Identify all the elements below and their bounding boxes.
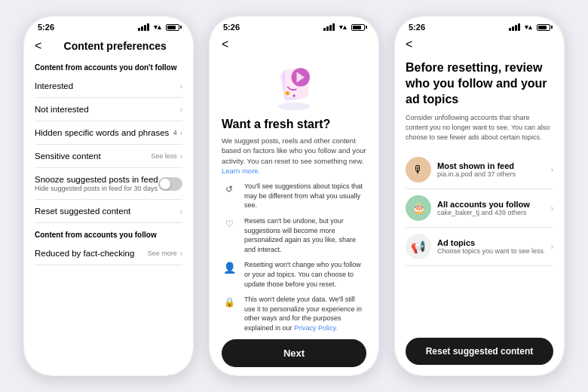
- svg-point-7: [292, 94, 296, 97]
- signal-bars-3: [509, 23, 520, 31]
- wifi-icon-3: ▾▴: [525, 23, 532, 31]
- menu-label-snooze: Snooze suggested posts in feed: [35, 175, 158, 184]
- menu-label-not-interested: Not interested: [35, 105, 89, 114]
- battery-icon-3: [537, 24, 550, 31]
- feature-text-2: Resets can't be undone, but your suggest…: [244, 216, 366, 254]
- account-item-most-shown[interactable]: 🎙 Most shown in feed pia.in.a.pod and 37…: [406, 151, 553, 189]
- nav-header-1: < Content preferences: [35, 35, 182, 59]
- screen2-content: < Want a fresh start? We suggest: [210, 35, 378, 375]
- menu-item-interested[interactable]: Interested ›: [35, 75, 182, 98]
- fresh-start-illustration: [268, 59, 320, 112]
- account-sublabel-all-accounts: cake_baker_tj and 439 others: [437, 209, 545, 216]
- account-label-most-shown: Most shown in feed: [437, 161, 545, 170]
- menu-item-not-interested[interactable]: Not interested ›: [35, 98, 182, 121]
- phone-2: 5:26 ▾▴ <: [208, 15, 380, 377]
- account-item-ad-topics[interactable]: 📢 Ad topics Choose topics you want to se…: [406, 228, 553, 266]
- ad-icon: 📢: [406, 234, 431, 259]
- account-sublabel-most-shown: pia.in.a.pod and 37 others: [437, 170, 545, 178]
- chevron-fact: ›: [180, 250, 182, 258]
- chevron-ad-topics: ›: [551, 243, 553, 251]
- status-bar-1: 5:26 ▾▴: [24, 17, 193, 35]
- menu-left-snooze: Snooze suggested posts in feed Hide sugg…: [35, 175, 158, 192]
- account-label-all-accounts: All accounts you follow: [437, 200, 545, 209]
- toggle-knob-snooze: [160, 179, 170, 189]
- menu-right-sensitive: See less ›: [151, 152, 182, 161]
- status-icons-3: ▾▴: [509, 23, 550, 31]
- screen3-content: < Before resetting, review who you follo…: [395, 35, 564, 375]
- lock-icon: 🔒: [222, 295, 237, 310]
- screen3-title: Before resetting, review who you follow …: [406, 60, 553, 107]
- feature-text-3: Resetting won't change who you follow or…: [244, 260, 366, 289]
- account-sublabel-ad-topics: Choose topics you want to see less: [437, 247, 545, 255]
- privacy-policy-link[interactable]: Privacy Policy.: [294, 324, 338, 332]
- svg-point-6: [286, 91, 289, 95]
- badge-count-hidden: 4: [173, 129, 177, 136]
- heart-icon: ♡: [222, 216, 237, 231]
- menu-item-hidden-words[interactable]: Hidden specific words and phrases 4 ›: [35, 121, 182, 145]
- page-title-1: Content preferences: [47, 40, 182, 52]
- status-icons-1: ▾▴: [138, 23, 179, 31]
- toggle-snooze[interactable]: [158, 177, 182, 191]
- account-item-all-accounts[interactable]: 🎂 All accounts you follow cake_baker_tj …: [406, 189, 553, 228]
- svg-point-0: [278, 103, 310, 111]
- menu-label-hidden-words: Hidden specific words and phrases: [35, 128, 169, 137]
- menu-item-sensitive[interactable]: Sensitive content See less ›: [35, 145, 182, 168]
- menu-label-fact-checking: Reduced by fact-checking: [35, 249, 134, 258]
- chevron-all-accounts: ›: [551, 204, 553, 213]
- account-info-ad-topics: Ad topics Choose topics you want to see …: [437, 238, 545, 255]
- feature-text-4: This won't delete your data. We'll still…: [244, 295, 366, 332]
- phone-1: 5:26 ▾▴ < Content preferences Content fr…: [23, 15, 194, 377]
- back-button-1[interactable]: <: [35, 39, 41, 53]
- menu-sublabel-snooze: Hide suggested posts in feed for 30 days: [35, 185, 158, 192]
- refresh-icon: ↺: [222, 182, 237, 197]
- back-button-3[interactable]: <: [406, 38, 412, 51]
- menu-label-sensitive: Sensitive content: [35, 152, 101, 161]
- battery-icon-2: [351, 24, 365, 31]
- feature-item-2: ♡ Resets can't be undone, but your sugge…: [222, 216, 366, 254]
- chevron-not-interested: ›: [180, 106, 182, 114]
- status-bar-3: 5:26 ▾▴: [395, 17, 564, 35]
- chevron-reset: ›: [180, 207, 182, 216]
- screen2-subtitle: We suggest posts, reels and other conten…: [222, 136, 366, 176]
- learn-more-link[interactable]: Learn more.: [222, 167, 260, 175]
- feature-item-3: 👤 Resetting won't change who you follow …: [222, 260, 366, 289]
- next-button[interactable]: Next: [222, 339, 366, 367]
- illustration-area: [222, 59, 366, 112]
- see-less-label: See less: [151, 152, 177, 160]
- avatar-all-accounts: 🎂: [406, 195, 431, 221]
- feature-text-1: You'll see suggestions about topics that…: [244, 182, 366, 210]
- wifi-icon-1: ▾▴: [154, 23, 161, 31]
- menu-right-fact: See more ›: [148, 250, 182, 258]
- status-bar-2: 5:26 ▾▴: [210, 17, 378, 35]
- menu-right-hidden: 4 ›: [173, 129, 182, 137]
- person-icon: 👤: [222, 260, 237, 275]
- chevron-most-shown: ›: [551, 166, 553, 174]
- status-time-2: 5:26: [223, 23, 240, 32]
- signal-bars-2: [323, 23, 335, 31]
- reset-button[interactable]: Reset suggested content: [406, 338, 553, 365]
- chevron-hidden: ›: [180, 129, 182, 137]
- status-time-1: 5:26: [38, 23, 54, 32]
- chevron-interested: ›: [180, 82, 182, 90]
- back-button-2[interactable]: <: [222, 38, 228, 51]
- chevron-sensitive: ›: [180, 152, 182, 161]
- battery-icon-1: [166, 24, 179, 31]
- section-header-1: Content from accounts you don't follow: [35, 63, 182, 72]
- menu-item-reset[interactable]: Reset suggested content ›: [35, 200, 182, 223]
- status-time-3: 5:26: [409, 23, 425, 32]
- account-info-all-accounts: All accounts you follow cake_baker_tj an…: [437, 200, 545, 216]
- menu-item-snooze[interactable]: Snooze suggested posts in feed Hide sugg…: [35, 168, 182, 200]
- account-label-ad-topics: Ad topics: [437, 238, 545, 247]
- status-icons-2: ▾▴: [323, 23, 365, 31]
- see-more-label: See more: [148, 250, 177, 257]
- menu-item-fact-checking[interactable]: Reduced by fact-checking See more ›: [35, 242, 182, 265]
- avatar-most-shown: 🎙: [406, 157, 431, 182]
- feature-item-4: 🔒 This won't delete your data. We'll sti…: [222, 295, 366, 332]
- section-header-2: Content from accounts you follow: [35, 231, 182, 239]
- screen3-subtitle: Consider unfollowing accounts that share…: [406, 113, 553, 142]
- phone-3: 5:26 ▾▴ < Before resetting, review who y…: [394, 15, 565, 377]
- menu-label-reset: Reset suggested content: [35, 207, 130, 216]
- menu-label-interested: Interested: [35, 81, 73, 90]
- wifi-icon-2: ▾▴: [339, 23, 347, 31]
- feature-item-1: ↺ You'll see suggestions about topics th…: [222, 182, 366, 210]
